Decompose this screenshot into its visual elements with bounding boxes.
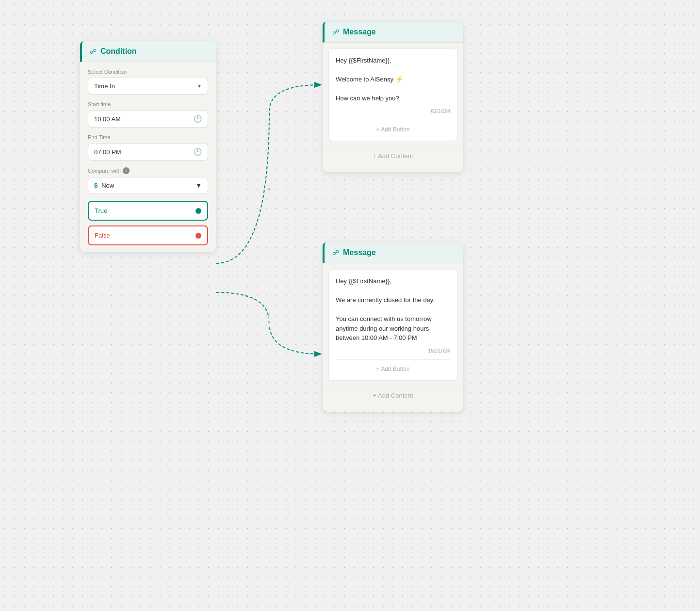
chevron-down-icon: ▼: [197, 83, 202, 89]
condition-type-select[interactable]: Time In ▼: [88, 78, 208, 95]
info-icon: i: [123, 167, 130, 174]
condition-icon: ☍: [90, 48, 97, 55]
message-title-top: Message: [343, 28, 376, 36]
message-icon-top: ☍: [332, 28, 339, 36]
false-label: False: [95, 232, 110, 239]
msg-bottom-line3: You can connect with us tomorrow anytime…: [336, 314, 450, 343]
compare-with-value: Now: [101, 182, 114, 189]
message-card-true: ☍ Message Hey {{$FirstName}}, Welcome to…: [323, 22, 463, 172]
start-time-label: Start time: [88, 101, 208, 107]
select-condition-label: Select Condition: [88, 69, 208, 75]
msg-bottom-line1: Hey {{$FirstName}},: [336, 276, 450, 286]
add-button-top[interactable]: + Add Button: [336, 120, 450, 134]
compare-with-row: Compare with i: [88, 167, 208, 174]
condition-card: ☍ Condition Select Condition Time In ▼ S…: [80, 41, 216, 252]
message-title-bottom: Message: [343, 248, 376, 257]
clock-icon-start: 🕐: [194, 115, 202, 123]
lightning-icon: ⚡: [395, 76, 403, 83]
message-text-top: Hey {{$FirstName}}, Welcome to AiSensy ⚡…: [336, 56, 450, 103]
dollar-icon: $: [94, 182, 98, 189]
message-card-top-header: ☍ Message: [323, 22, 463, 43]
msg-top-line1: Hey {{$FirstName}},: [336, 56, 450, 65]
end-time-value: 07:00 PM: [94, 148, 121, 156]
char-count-bottom: 152/1024: [336, 347, 450, 355]
add-content-top[interactable]: + Add Content: [323, 145, 463, 166]
start-time-value: 10:00 AM: [94, 115, 121, 123]
connection-remove-top[interactable]: ×: [265, 185, 273, 193]
start-time-input[interactable]: 10:00 AM 🕐: [88, 110, 208, 128]
end-time-label: End Time: [88, 134, 208, 140]
true-connector-dot: [195, 208, 201, 214]
compare-with-select[interactable]: $ Now ▼: [88, 177, 208, 194]
chevron-down-icon-compare: ▼: [195, 182, 202, 189]
add-button-bottom[interactable]: + Add Button: [336, 359, 450, 373]
message-text-bottom: Hey {{$FirstName}}, We are currently clo…: [336, 276, 450, 343]
condition-type-value: Time In: [94, 82, 115, 90]
compare-select-left: $ Now: [94, 182, 114, 189]
message-card-false: ☍ Message Hey {{$FirstName}}, We are cur…: [323, 242, 463, 412]
compare-with-label: Compare with: [88, 168, 121, 174]
add-content-bottom[interactable]: + Add Content: [323, 385, 463, 406]
true-button[interactable]: True: [88, 201, 208, 221]
message-content-top[interactable]: Hey {{$FirstName}}, Welcome to AiSensy ⚡…: [328, 48, 457, 141]
clock-icon-end: 🕐: [194, 148, 202, 156]
condition-card-body: Select Condition Time In ▼ Start time 10…: [80, 62, 216, 252]
char-count-top: 62/1024: [336, 107, 450, 115]
msg-top-line3: How can we help you?: [336, 94, 450, 103]
end-time-input[interactable]: 07:00 PM 🕐: [88, 143, 208, 161]
condition-card-header: ☍ Condition: [80, 41, 216, 62]
true-label: True: [95, 207, 107, 214]
msg-bottom-line2: We are currently closed for the day.: [336, 295, 450, 305]
message-card-bottom-header: ☍ Message: [323, 242, 463, 263]
false-connector-dot: [195, 233, 201, 239]
connection-remove-bottom[interactable]: ×: [265, 318, 273, 326]
false-button[interactable]: False: [88, 225, 208, 245]
message-content-bottom[interactable]: Hey {{$FirstName}}, We are currently clo…: [328, 269, 457, 381]
message-icon-bottom: ☍: [332, 249, 339, 257]
condition-title: Condition: [100, 47, 137, 56]
msg-top-line2: Welcome to AiSensy ⚡: [336, 75, 450, 84]
